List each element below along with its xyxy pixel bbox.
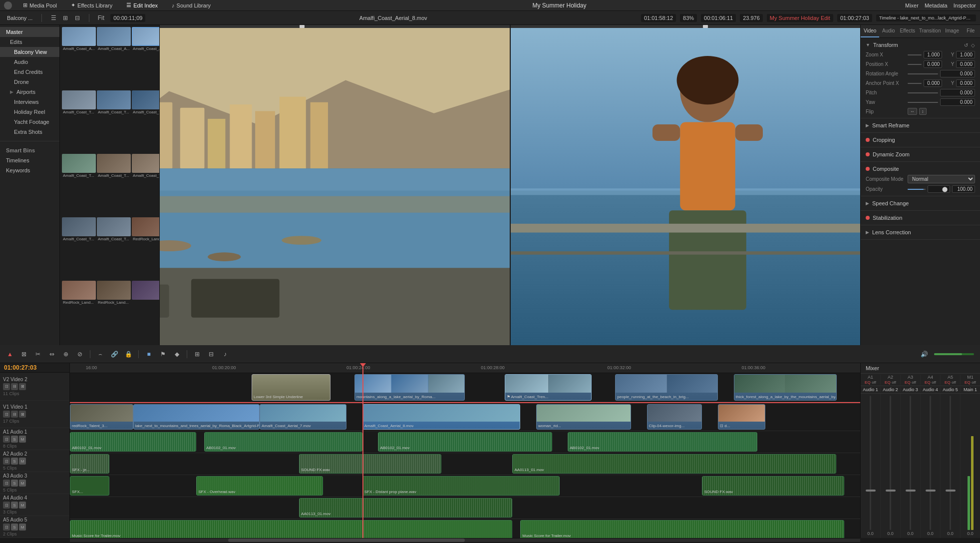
tab-audio[interactable]: Audio [879, 25, 898, 37]
v1-clip-1[interactable]: redRock_Talent_3... [70, 404, 133, 430]
fader-a1[interactable] [862, 396, 879, 530]
stabilization-header[interactable]: Stabilization [861, 213, 980, 223]
tab-video[interactable]: Video [861, 25, 879, 37]
v2-icon3[interactable]: ⊠ [19, 383, 26, 390]
source-timebar[interactable] [160, 25, 510, 28]
a5-clip-1[interactable]: Music Score for Trailer.mov [70, 520, 512, 538]
a1-m-btn[interactable]: M [19, 436, 26, 443]
tl-flag-btn[interactable]: ⚑ [157, 349, 169, 360]
tl-snap-btn[interactable]: ⊞ [191, 349, 203, 360]
transform-reset-icon[interactable]: ↺ [964, 42, 968, 48]
tl-link-btn[interactable]: 🔗 [108, 349, 120, 360]
v1-clip-7[interactable]: ⊡ d... [718, 404, 765, 430]
anchor-y-value[interactable]: 0.000 [956, 79, 975, 87]
v2-clip-people-running[interactable]: people_running_at_the_beach_in_brig... [615, 374, 718, 401]
v2-icon2[interactable]: ⊟ [11, 383, 18, 390]
media-thumb-12[interactable] [62, 281, 96, 300]
metadata-view-btn[interactable]: ⊟ [72, 13, 83, 23]
sidebar-item-master[interactable]: Master [0, 27, 59, 37]
fader-a3[interactable] [902, 396, 919, 530]
a4-icon1[interactable]: ⊡ [3, 502, 10, 509]
fader-knob-a4[interactable] [926, 490, 936, 492]
tab-file[interactable]: File [962, 25, 980, 37]
sidebar-item-timelines[interactable]: Timelines [0, 155, 59, 165]
a3-clip-3[interactable]: SFX - Distant prop plane.wav [362, 476, 560, 496]
flip-h-btn[interactable]: ↔ [908, 108, 917, 115]
media-thumb-14[interactable] [132, 281, 159, 300]
tl-select-btn[interactable]: ▲ [4, 349, 16, 360]
mixer-btn[interactable]: Mixer [905, 2, 919, 8]
tl-slip-btn[interactable]: ⇔ [46, 349, 58, 360]
v1-clip-4-amalfi8[interactable]: Amalfi_Coast_Aerial_8.mov [362, 404, 521, 430]
media-thumb-6[interactable] [62, 154, 96, 173]
source-tc2[interactable]: 01:01:58:12 [641, 14, 676, 22]
v1-icon1[interactable]: ⊡ [3, 411, 10, 418]
fader-a2[interactable] [882, 396, 899, 530]
sidebar-item-yacht[interactable]: Yacht Footage [0, 117, 59, 127]
pitch-slider[interactable] [908, 92, 938, 93]
metadata-btn[interactable]: Metadata [925, 2, 948, 8]
media-thumb-4[interactable] [97, 90, 131, 109]
playhead[interactable] [362, 363, 363, 538]
v2-clip-mountains[interactable]: mountains_along_a_lake_aerial_by_Roma... [354, 374, 465, 401]
media-thumb-2[interactable] [132, 27, 159, 46]
a5-m-btn[interactable]: M [19, 524, 26, 531]
cropping-header[interactable]: Cropping [861, 135, 980, 145]
transform-keyframe-icon[interactable]: ◇ [971, 42, 975, 48]
flip-v-btn[interactable]: ↕ [919, 108, 927, 115]
a3-clip-2[interactable]: SFX - Overhead.wav [196, 476, 323, 496]
a3-s-btn[interactable]: S [11, 480, 18, 487]
anchor-x-value[interactable]: 0.000 [924, 79, 943, 87]
tl-color-btn[interactable]: ■ [143, 349, 155, 360]
a3-m-btn[interactable]: M [19, 480, 26, 487]
anchor-x-slider[interactable] [908, 83, 922, 84]
a1-clip-1[interactable]: AB0102_01.mov [70, 432, 196, 452]
tl-blade-btn[interactable]: ✂ [32, 349, 44, 360]
tl-ripple-btn[interactable]: ⊟ [205, 349, 217, 360]
fader-knob-a2[interactable] [886, 490, 896, 492]
a5-icon1[interactable]: ⊡ [3, 524, 10, 531]
a4-clip-1[interactable]: AA0113_01.mov [299, 498, 512, 518]
a2-m-btn[interactable]: M [19, 458, 26, 465]
v2-clip-lower3rd[interactable]: Lower 3rd Simple Underline [252, 374, 330, 401]
media-pool-nav[interactable]: ⊞ Media Pool [20, 1, 60, 9]
tl-curve-btn[interactable]: ⌢ [94, 349, 106, 360]
media-thumb-1[interactable] [97, 27, 131, 46]
tab-effects[interactable]: Effects [898, 25, 917, 37]
rotation-slider[interactable] [908, 73, 938, 74]
v1-clip-2[interactable]: lake_next_to_mountains_and_trees_aerial_… [133, 404, 260, 430]
a5-clip-2[interactable]: Music Score for Trailer.mov [520, 520, 844, 538]
bin-label[interactable]: Balcony ... [4, 14, 35, 22]
sidebar-item-end-credits[interactable]: End Credits [0, 67, 59, 77]
media-thumb-0[interactable] [62, 27, 96, 46]
fit-btn[interactable]: Fit [95, 13, 106, 23]
media-thumb-9[interactable] [62, 217, 96, 236]
v2-clip-forest[interactable]: thick_forest_along_a_lake_by_the_mountai… [734, 374, 837, 401]
zoom-y-value[interactable]: 1.000 [956, 51, 975, 58]
zoom-x-slider[interactable] [908, 54, 922, 55]
pos-x-slider[interactable] [908, 64, 922, 65]
inspector-btn[interactable]: Inspector [954, 2, 976, 8]
sidebar-item-interviews[interactable]: Interviews [0, 97, 59, 107]
a3-icon1[interactable]: ⊡ [3, 480, 10, 487]
scrollbar-thumb[interactable] [228, 539, 465, 542]
volume-slider[interactable] [934, 353, 974, 355]
media-thumb-3[interactable] [62, 90, 96, 109]
edit-timecode[interactable]: 01:00:27:03 [837, 14, 872, 22]
v1-icon3[interactable]: ⊠ [19, 411, 26, 418]
a1-clip-2[interactable]: AB0102_01.mov [204, 432, 362, 452]
effects-library-nav[interactable]: ✦ Effects Library [68, 1, 115, 9]
grid-view-btn[interactable]: ⊞ [60, 13, 71, 23]
sidebar-item-balcony[interactable]: Balcony View [0, 47, 59, 57]
a2-clip-3[interactable]: SOUND FX.wav [299, 454, 441, 474]
tl-trim-btn[interactable]: ⊠ [18, 349, 30, 360]
zoom-x-value[interactable]: 1.000 [924, 51, 943, 58]
media-thumb-13[interactable] [97, 281, 131, 300]
dynamic-zoom-header[interactable]: Dynamic Zoom [861, 149, 980, 159]
tl-audio-btn[interactable]: ♪ [219, 349, 231, 360]
sound-library-nav[interactable]: ♪ Sound Library [169, 1, 214, 9]
rotation-value[interactable]: 0.000 [940, 70, 976, 77]
a1-clip-4[interactable]: AB0102_01.mov [568, 432, 757, 452]
sidebar-item-audio[interactable]: Audio [0, 57, 59, 67]
fader-knob-a3[interactable] [906, 490, 916, 492]
